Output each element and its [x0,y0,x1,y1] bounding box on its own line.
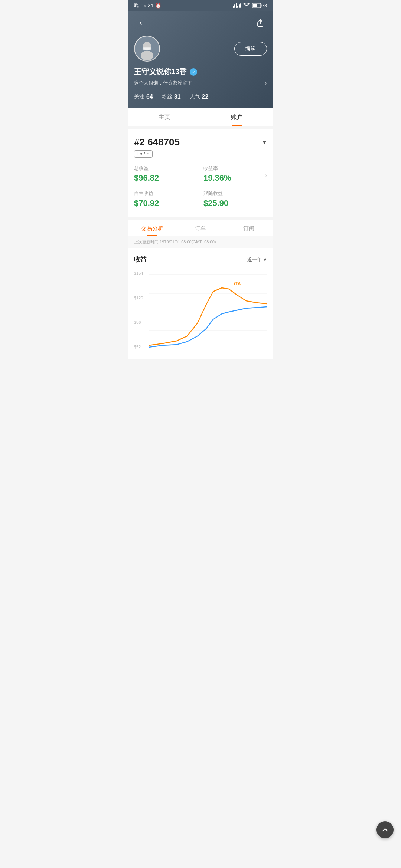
username-row: 王守义说你13香 ♂ [134,67,267,77]
avatar [134,36,160,62]
alarm-icon: ⏰ [155,3,161,9]
gender-icon: ♂ [190,68,197,76]
svg-rect-2 [236,3,237,8]
chart-area: iTA [149,271,267,353]
stat-popular[interactable]: 人气 22 [190,93,209,100]
total-gain-value: $96.82 [134,173,198,183]
svg-point-11 [141,51,153,60]
stat-fans[interactable]: 粉丝 31 [162,93,181,100]
svg-rect-8 [261,4,262,7]
chevron-down-icon: ∨ [263,257,267,262]
gain-rate-row: 收益率 19.36% › [203,165,267,183]
y-label-154: $154 [134,271,143,276]
tab-subscribe[interactable]: 订阅 [225,220,273,236]
back-button[interactable]: ‹ [134,16,147,30]
profile-info-row: 编辑 [134,36,267,62]
metric-follow-gain: 跟随收益 $25.90 [203,190,267,208]
y-label-120: $120 [134,296,143,300]
svg-rect-7 [252,4,257,7]
time-display: 晚上9:24 [134,2,153,9]
share-button[interactable] [254,16,267,30]
wifi-icon [243,3,250,9]
status-right: 38 [233,3,267,9]
username: 王守义说你13香 [134,67,187,77]
metrics-grid: 总收益 $96.82 收益率 19.36% › 自主收益 $70.92 跟随收益… [134,165,267,208]
follow-gain-label: 跟随收益 [203,190,267,197]
profile-arrow[interactable]: › [265,79,267,87]
svg-rect-1 [234,4,235,8]
tab-account[interactable]: 账户 [200,108,273,126]
bio-text: 这个人很懒，什么都没留下 [134,80,192,86]
account-dropdown-icon[interactable]: ▼ [262,139,267,145]
main-tabs: 主页 账户 [128,108,273,126]
header-nav: ‹ [134,15,267,36]
account-section: #2 648705 ▼ FxPro 总收益 $96.82 收益率 19.36% … [128,129,273,217]
follow-gain-value: $25.90 [203,198,267,208]
stat-follow[interactable]: 关注 64 [134,93,153,100]
tab-orders[interactable]: 订单 [176,220,225,236]
chart-header: 收益 近一年 ∨ [134,255,267,264]
metric-gain-rate: 收益率 19.36% [203,165,231,183]
chart-container: $154 $120 $86 $52 iTA [134,271,267,353]
y-label-86: $86 [134,320,143,325]
svg-rect-4 [239,4,240,8]
svg-rect-3 [237,6,238,8]
bio-row: 这个人很懒，什么都没留下 › [134,79,267,87]
metrics-arrow[interactable]: › [265,172,267,179]
svg-rect-0 [233,6,234,8]
svg-rect-5 [240,3,241,8]
svg-text:iTA: iTA [234,281,241,286]
total-gain-label: 总收益 [134,165,198,172]
battery-icon: 38 [252,3,267,8]
svg-rect-12 [143,47,152,50]
metric-self-gain: 自主收益 $70.92 [134,190,198,208]
tab-analysis[interactable]: 交易分析 [128,220,176,236]
account-badge: FxPro [134,150,153,158]
signal-icon [233,3,241,9]
metric-total-gain: 总收益 $96.82 [134,165,198,183]
y-label-52: $52 [134,345,143,349]
stats-row: 关注 64 粉丝 31 人气 22 [134,93,267,100]
chart-title: 收益 [134,255,147,264]
gain-rate-value: 19.36% [203,173,231,183]
analysis-tabs: 交易分析 订单 订阅 [128,220,273,236]
status-bar: 晚上9:24 ⏰ [128,0,273,11]
profile-header: ‹ 编辑 王守义说你13香 ♂ 这个人很懒，什么都没留下 › [128,11,273,108]
chart-filter[interactable]: 近一年 ∨ [247,256,267,263]
account-id: #2 648705 [134,137,180,148]
gain-rate-label: 收益率 [203,165,231,172]
account-id-row: #2 648705 ▼ [134,137,267,148]
y-axis-labels: $154 $120 $86 $52 [134,271,143,353]
tab-home[interactable]: 主页 [128,108,200,126]
status-left: 晚上9:24 ⏰ [134,2,161,9]
self-gain-value: $70.92 [134,198,198,208]
self-gain-label: 自主收益 [134,190,198,197]
chart-section: 收益 近一年 ∨ $154 $120 $86 $52 [128,248,273,359]
edit-button[interactable]: 编辑 [234,42,267,56]
update-time: 上次更新时间 1970/01/01 08:00(GMT+08:00) [128,236,273,248]
